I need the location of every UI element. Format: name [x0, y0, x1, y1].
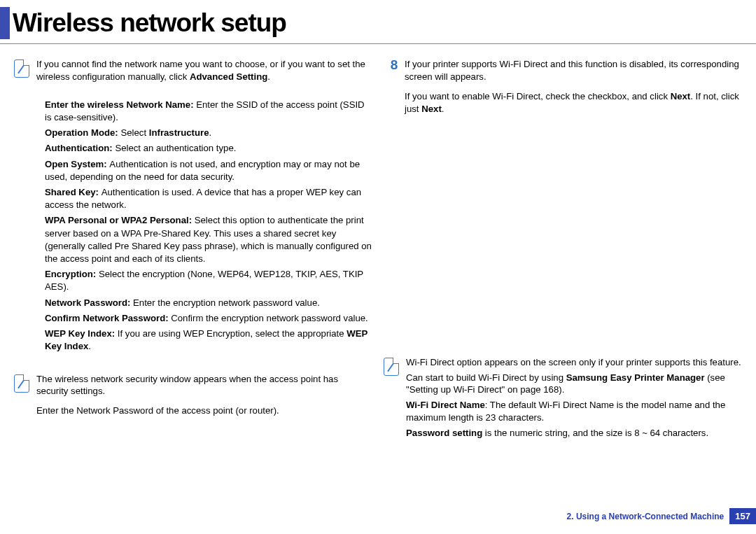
note2-sub: Enter the Network Password of the access…	[36, 405, 372, 417]
note-icon	[14, 374, 29, 393]
li-shared-key: Shared Key: Authentication is used. A de…	[45, 186, 372, 211]
footer: 2. Using a Network-Connected Machine 157	[567, 508, 756, 524]
note-content: The wireless network security window app…	[36, 373, 372, 420]
title-accent	[0, 7, 10, 39]
right-column: 8 If your printer supports Wi-Fi Direct …	[378, 58, 748, 455]
note-r2: Can start to build Wi-Fi Direct by using…	[406, 372, 742, 397]
note-r4: Password setting is the numeric string, …	[406, 427, 742, 440]
li-operation-mode: Operation Mode: Select Infrastructure.	[45, 127, 372, 139]
title-bar: Wireless network setup	[0, 0, 756, 39]
note-block-right: Wi-Fi Direct option appears on the scree…	[384, 356, 742, 442]
step-p1: If your printer supports Wi-Fi Direct an…	[405, 58, 742, 83]
image-placeholder-gap	[384, 132, 742, 356]
note-content: If you cannot find the network name you …	[36, 58, 372, 86]
left-column: If you cannot find the network name you …	[8, 58, 378, 455]
note-icon	[384, 358, 399, 376]
note-block-1: If you cannot find the network name you …	[14, 58, 372, 86]
page-title: Wireless network setup	[13, 8, 286, 38]
note-r1: Wi-Fi Direct option appears on the scree…	[406, 356, 742, 369]
page-number: 157	[729, 508, 756, 524]
li-network-name: Enter the wireless Network Name: Enter t…	[45, 99, 372, 124]
note-block-2: The wireless network security window app…	[14, 373, 372, 420]
li-wep-key-index: WEP Key Index: If you are using WEP Encr…	[45, 328, 372, 353]
li-wpa-personal: WPA Personal or WPA2 Personal: Select th…	[45, 214, 372, 265]
footer-chapter: 2. Using a Network-Connected Machine	[567, 512, 724, 521]
step-content: If your printer supports Wi-Fi Direct an…	[405, 58, 742, 122]
note1-text: If you cannot find the network name you …	[36, 58, 372, 83]
note-icon	[14, 59, 29, 78]
li-confirm-password: Confirm Network Password: Confirm the en…	[45, 312, 372, 325]
li-encryption: Encryption: Select the encryption (None,…	[45, 268, 372, 293]
step-number: 8	[384, 58, 405, 122]
two-column-layout: If you cannot find the network name you …	[0, 44, 756, 455]
step-8: 8 If your printer supports Wi-Fi Direct …	[384, 58, 742, 122]
li-open-system: Open System: Authentication is not used,…	[45, 158, 372, 183]
settings-list: Enter the wireless Network Name: Enter t…	[14, 99, 372, 353]
note2-text: The wireless network security window app…	[36, 373, 372, 398]
step-p2: If you want to enable Wi-Fi Direct, chec…	[405, 90, 742, 115]
li-authentication: Authentication: Select an authentication…	[45, 142, 372, 155]
li-network-password: Network Password: Enter the encryption n…	[45, 297, 372, 309]
note-content: Wi-Fi Direct option appears on the scree…	[406, 356, 742, 442]
note-r3: Wi-Fi Direct Name: The default Wi-Fi Dir…	[406, 399, 742, 424]
